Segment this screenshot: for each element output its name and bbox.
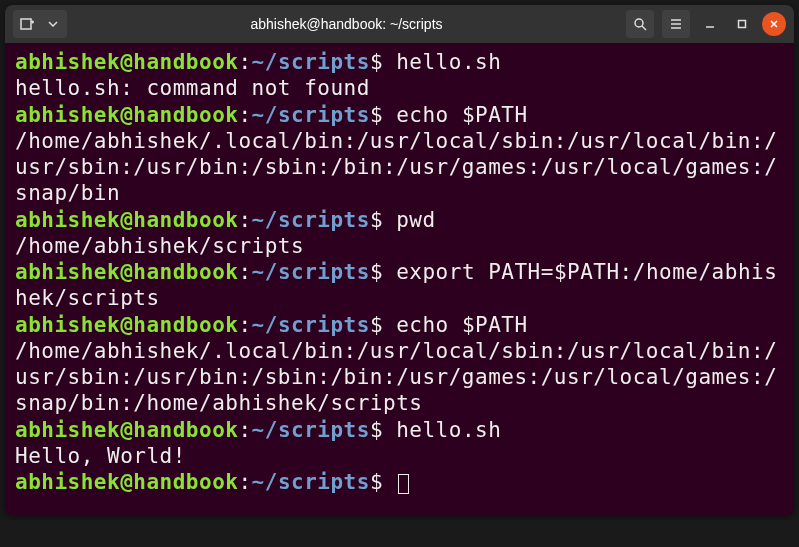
command-text: echo $PATH xyxy=(396,103,527,127)
minimize-button[interactable] xyxy=(698,12,722,36)
prompt-user-host: abhishek@handbook xyxy=(15,470,238,494)
window-title: abhishek@handbook: ~/scripts xyxy=(73,16,620,32)
prompt-colon: : xyxy=(238,208,251,232)
svg-point-3 xyxy=(635,19,643,27)
cursor xyxy=(398,474,409,494)
maximize-button[interactable] xyxy=(730,12,754,36)
terminal-line: hello.sh: command not found xyxy=(15,75,784,101)
prompt-colon: : xyxy=(238,260,251,284)
minimize-icon xyxy=(705,19,715,29)
prompt-path: ~/scripts xyxy=(252,470,370,494)
search-button[interactable] xyxy=(626,10,654,38)
prompt-user-host: abhishek@handbook xyxy=(15,260,238,284)
terminal-line: abhishek@handbook:~/scripts$ export PATH… xyxy=(15,259,784,312)
terminal-line: abhishek@handbook:~/scripts$ pwd xyxy=(15,207,784,233)
titlebar: abhishek@handbook: ~/scripts xyxy=(5,5,794,43)
prompt-symbol: $ xyxy=(370,208,396,232)
output-text: hello.sh: command not found xyxy=(15,76,370,100)
svg-rect-0 xyxy=(21,19,31,29)
prompt-user-host: abhishek@handbook xyxy=(15,418,238,442)
command-text: hello.sh xyxy=(396,50,501,74)
terminal-line: /home/abhishek/.local/bin:/usr/local/sbi… xyxy=(15,338,784,417)
new-tab-icon xyxy=(20,17,34,31)
prompt-path: ~/scripts xyxy=(252,208,370,232)
command-text: echo $PATH xyxy=(396,313,527,337)
terminal-line: abhishek@handbook:~/scripts$ echo $PATH xyxy=(15,312,784,338)
hamburger-icon xyxy=(669,17,683,31)
output-text: /home/abhishek/.local/bin:/usr/local/sbi… xyxy=(15,339,777,416)
terminal-line: Hello, World! xyxy=(15,443,784,469)
search-icon xyxy=(633,17,647,31)
prompt-user-host: abhishek@handbook xyxy=(15,50,238,74)
prompt-path: ~/scripts xyxy=(252,50,370,74)
terminal-line: abhishek@handbook:~/scripts$ echo $PATH xyxy=(15,102,784,128)
prompt-symbol: $ xyxy=(370,418,396,442)
output-text: /home/abhishek/.local/bin:/usr/local/sbi… xyxy=(15,129,777,206)
svg-line-4 xyxy=(642,26,646,30)
prompt-symbol: $ xyxy=(370,103,396,127)
terminal-line: abhishek@handbook:~/scripts$ hello.sh xyxy=(15,417,784,443)
new-tab-button[interactable] xyxy=(15,12,39,36)
terminal-line: abhishek@handbook:~/scripts$ hello.sh xyxy=(15,49,784,75)
terminal-window: abhishek@handbook: ~/scripts xyxy=(5,5,794,515)
terminal-body[interactable]: abhishek@handbook:~/scripts$ hello.shhel… xyxy=(5,43,794,515)
close-icon xyxy=(769,19,779,29)
svg-rect-9 xyxy=(739,21,746,28)
prompt-path: ~/scripts xyxy=(252,313,370,337)
tab-controls xyxy=(13,10,67,38)
prompt-colon: : xyxy=(238,313,251,337)
prompt-symbol: $ xyxy=(370,260,396,284)
prompt-user-host: abhishek@handbook xyxy=(15,103,238,127)
window-controls xyxy=(626,10,786,38)
terminal-line: /home/abhishek/.local/bin:/usr/local/sbi… xyxy=(15,128,784,207)
prompt-colon: : xyxy=(238,50,251,74)
output-text: Hello, World! xyxy=(15,444,186,468)
prompt-path: ~/scripts xyxy=(252,103,370,127)
prompt-path: ~/scripts xyxy=(252,418,370,442)
command-text: hello.sh xyxy=(396,418,501,442)
prompt-path: ~/scripts xyxy=(252,260,370,284)
output-text: /home/abhishek/scripts xyxy=(15,234,304,258)
maximize-icon xyxy=(737,19,747,29)
chevron-down-icon xyxy=(48,21,58,27)
close-button[interactable] xyxy=(762,12,786,36)
terminal-line: /home/abhishek/scripts xyxy=(15,233,784,259)
prompt-colon: : xyxy=(238,470,251,494)
prompt-symbol: $ xyxy=(370,470,396,494)
prompt-user-host: abhishek@handbook xyxy=(15,208,238,232)
prompt-colon: : xyxy=(238,418,251,442)
prompt-symbol: $ xyxy=(370,50,396,74)
prompt-symbol: $ xyxy=(370,313,396,337)
prompt-colon: : xyxy=(238,103,251,127)
tab-dropdown-button[interactable] xyxy=(41,12,65,36)
menu-button[interactable] xyxy=(662,10,690,38)
terminal-line: abhishek@handbook:~/scripts$ xyxy=(15,469,784,495)
command-text: pwd xyxy=(396,208,435,232)
prompt-user-host: abhishek@handbook xyxy=(15,313,238,337)
